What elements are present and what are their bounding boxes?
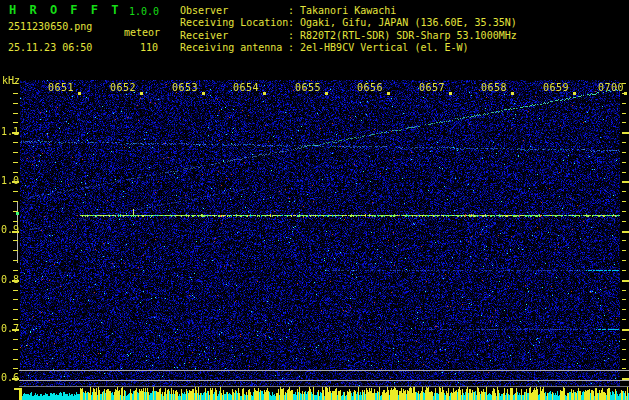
freq-tick [13,290,18,291]
info-value-observer: Takanori Kawachi [300,5,396,17]
freq-unit-label: kHz [2,76,20,86]
info-row-receiving-location: Receiving Location:Ogaki, Gifu, JAPAN (1… [180,17,517,29]
freq-tick [622,231,629,233]
freq-tick [622,83,626,84]
freq-tick [622,319,626,320]
freq-tick [13,172,18,173]
freq-tick [622,240,626,241]
time-tick [78,92,81,95]
freq-tick [13,368,18,369]
freq-tick [622,191,626,192]
freq-tick [13,211,18,212]
freq-tick [13,93,18,94]
freq-tick [622,132,629,134]
freq-tick [12,378,19,380]
info-row-observer: Observer:Takanori Kawachi [180,5,517,17]
freq-tick [12,329,19,331]
freq-tick [13,162,18,163]
freq-tick [13,142,18,143]
freq-tick [13,309,18,310]
freq-tick [622,211,626,212]
freq-tick [622,201,626,202]
freq-tick [13,250,18,251]
app-version: 1.0.0 [129,7,159,17]
freq-tick [622,122,626,123]
freq-tick [12,280,19,282]
info-row-receiving-antenna: Receiving antenna:2el-HB9CV Vertical (el… [180,42,517,54]
time-tick [573,92,576,95]
mode-label: meteor [124,28,160,38]
time-tick-label: 0659 [543,83,569,93]
observation-info-panel: Observer:Takanori Kawachi Receiving Loca… [180,5,517,55]
freq-tick [13,83,18,84]
filename-label: 2511230650.png [8,22,92,32]
freq-tick [622,378,629,380]
freq-tick [622,113,626,114]
time-tick [202,92,205,95]
freq-tick [622,290,626,291]
freq-tick [13,152,18,153]
freq-tick [622,162,626,163]
time-tick-label: 0658 [481,83,507,93]
time-tick [140,92,143,95]
info-colon: : [288,42,300,54]
freq-tick [13,270,18,271]
freq-tick [13,122,18,123]
info-value-receiving-location: Ogaki, Gifu, JAPAN (136.60E, 35.35N) [300,17,517,29]
info-colon: : [288,5,300,17]
freq-tick [622,280,629,282]
freq-tick-label: 0.9 [1,225,19,235]
time-tick [387,92,390,95]
freq-tick [622,368,626,369]
freq-tick [13,349,18,350]
hrofft-window: H R O F F T 1.0.0 2511230650.png meteor … [0,0,629,400]
info-colon: : [288,30,300,42]
time-tick [449,92,452,95]
freq-tick [14,388,19,390]
freq-tick [13,103,18,104]
freq-tick [13,339,18,340]
time-tick-label: 0652 [110,83,136,93]
freq-tick [622,309,626,310]
freq-tick [622,172,626,173]
time-tick-label: 0657 [419,83,445,93]
freq-tick [13,260,18,261]
freq-tick [622,181,629,183]
freq-tick [13,221,18,222]
freq-tick [13,299,18,300]
time-tick-label: 0651 [48,83,74,93]
info-value-receiving-antenna: 2el-HB9CV Vertical (el. E-W) [300,42,469,54]
info-row-receiver: Receiver:R820T2(RTL-SDR) SDR-Sharp 53.10… [180,30,517,42]
time-tick-label: 0656 [357,83,383,93]
freq-tick [12,231,19,233]
info-label: Receiver [180,30,288,42]
time-tick [325,92,328,95]
time-tick-label: 0653 [172,83,198,93]
time-tick-label: 0654 [233,83,259,93]
freq-tick [622,103,626,104]
time-tick [511,92,514,95]
freq-tick [622,221,626,222]
freq-tick [12,181,19,183]
time-tick-label: 0700 [598,83,624,93]
freq-tick [622,349,626,350]
spectrogram-canvas [14,80,629,400]
freq-tick [622,260,626,261]
freq-tick [622,270,626,271]
info-label: Receiving Location [180,17,288,29]
freq-tick [622,299,626,300]
freq-tick [622,329,629,331]
time-tick-label: 0655 [295,83,321,93]
info-value-receiver: R820T2(RTL-SDR) SDR-Sharp 53.1000MHz [300,30,517,42]
freq-tick [13,201,18,202]
freq-tick [622,93,626,94]
freq-tick [13,359,18,360]
freq-tick [622,250,626,251]
freq-tick [622,359,626,360]
freq-tick [622,152,626,153]
freq-tick [13,319,18,320]
timestamp-label: 25.11.23 06:50 [8,43,92,53]
app-title: H R O F F T [9,5,121,15]
freq-tick [13,240,18,241]
info-label: Receiving antenna [180,42,288,54]
